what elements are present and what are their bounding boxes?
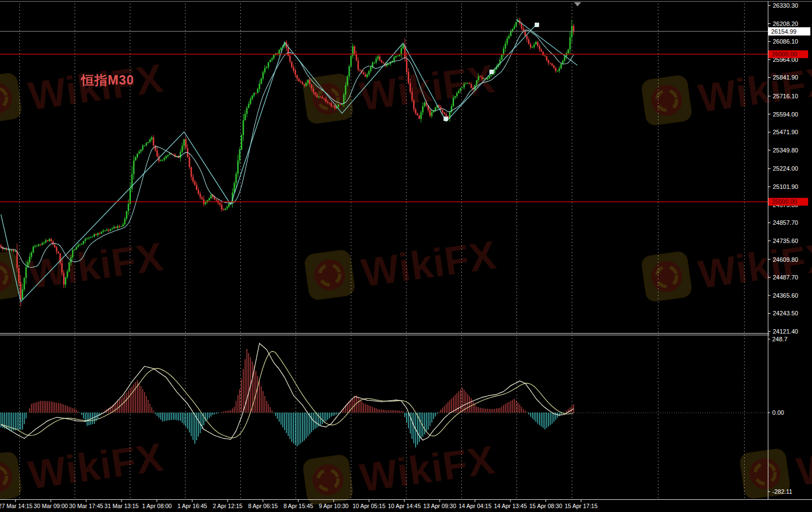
candle-bear xyxy=(415,109,416,113)
macd-indicator-panel xyxy=(1,344,574,447)
candle-bull xyxy=(65,277,66,284)
level-price-box-label: 26000.00 xyxy=(772,51,797,57)
candle-bull xyxy=(79,245,81,245)
candle-bull xyxy=(228,204,230,207)
price-axis-label: 24243.50 xyxy=(773,310,798,316)
candle-bull xyxy=(508,36,510,38)
candle-bull xyxy=(234,183,235,192)
price-axis-label: 24857.70 xyxy=(773,219,798,226)
candle-bull xyxy=(259,84,260,89)
time-axis-label: 8 Apr 15:45 xyxy=(283,503,313,509)
price-axis-label: 26086.10 xyxy=(773,38,798,45)
time-axis-label: 30 Mar 09:00 xyxy=(34,503,68,509)
candle-bull xyxy=(318,97,320,97)
time-axis-label: 15 Apr 08:30 xyxy=(529,503,562,509)
candle-bull xyxy=(557,71,558,71)
time-axis-label: 13 Apr 09:30 xyxy=(423,503,456,509)
candle-bear xyxy=(429,110,431,115)
price-axis-label: 25471.90 xyxy=(773,129,798,135)
candle-bull xyxy=(462,87,463,88)
current-price-box-label: 26154.99 xyxy=(771,28,797,35)
candle-bull xyxy=(452,98,454,106)
candle-bull xyxy=(147,142,149,143)
candle-bull xyxy=(146,143,147,146)
price-axis-label: 24609.80 xyxy=(773,256,798,263)
candle-bear xyxy=(20,282,22,299)
price-axis-label: 25716.10 xyxy=(773,93,798,99)
candle-bull xyxy=(264,68,266,72)
candle-bear xyxy=(379,56,381,60)
candle-bull xyxy=(343,95,345,104)
candle-bear xyxy=(198,190,199,194)
candle-bull xyxy=(510,31,512,36)
candle-bull xyxy=(488,76,490,78)
candle-bear xyxy=(330,103,332,106)
candle-bear xyxy=(56,247,57,251)
candle-bear xyxy=(153,138,155,146)
candle-bull xyxy=(33,247,34,252)
time-axis-label: 27 Mar 14:15 xyxy=(0,503,33,509)
candle-bull xyxy=(90,237,92,237)
candle-bear xyxy=(406,59,408,72)
price-axis-label: 25594.00 xyxy=(773,111,798,118)
candle-bull xyxy=(101,232,102,234)
candle-bear xyxy=(573,26,574,31)
candle-bull xyxy=(86,239,88,239)
candle-bull xyxy=(366,75,368,77)
price-axis-label: 25841.90 xyxy=(773,74,798,81)
candle-bull xyxy=(74,250,76,250)
candle-bull xyxy=(106,230,108,231)
candle-bear xyxy=(61,263,63,273)
candle-bull xyxy=(164,158,165,160)
price-axis-label: 24735.60 xyxy=(773,237,798,244)
candle-bull xyxy=(112,229,113,229)
candle-bull xyxy=(349,66,350,76)
candle-bull xyxy=(564,56,566,61)
candle-bear xyxy=(17,251,18,268)
candle-bear xyxy=(327,102,329,103)
candle-bull xyxy=(397,56,399,56)
candle-bear xyxy=(479,76,481,77)
watermark-text: WikiFX xyxy=(358,233,499,295)
time-axis-label: 2 Apr 12:15 xyxy=(213,503,242,509)
chart-shift-marker-icon xyxy=(574,2,581,7)
candle-bull xyxy=(34,246,36,247)
candle-bull xyxy=(560,64,562,68)
candle-bull xyxy=(270,60,271,62)
candle-bull xyxy=(241,135,242,150)
candle-bear xyxy=(526,36,528,40)
macd-axis-label: 0.00 xyxy=(772,409,784,416)
candle-bull xyxy=(251,96,253,99)
candle-bull xyxy=(24,278,25,289)
watermark-tile: WikiFX xyxy=(302,434,497,508)
candle-bear xyxy=(57,252,59,254)
candle-bear xyxy=(481,77,483,79)
candle-bull xyxy=(257,89,259,93)
candle-bull xyxy=(535,42,537,45)
candle-bull xyxy=(151,138,152,140)
time-axis-label: 14 Apr 13:45 xyxy=(494,503,527,509)
candle-bear xyxy=(40,244,41,245)
candle-bull xyxy=(142,146,144,150)
candle-bear xyxy=(544,55,546,56)
candle-bull xyxy=(402,45,404,49)
candle-bear xyxy=(291,62,293,67)
candle-bull xyxy=(149,139,151,142)
candle-bear xyxy=(119,226,120,227)
candle-bull xyxy=(25,267,27,278)
candle-bull xyxy=(373,62,375,63)
candle-bull xyxy=(67,271,68,277)
candle-bull xyxy=(465,83,467,84)
candle-bear xyxy=(304,85,305,86)
candle-bull xyxy=(162,160,164,160)
candle-bear xyxy=(302,82,303,85)
candle-bull xyxy=(460,88,461,91)
candle-bull xyxy=(507,39,508,44)
candle-bull xyxy=(81,244,83,245)
candle-bull xyxy=(97,233,99,235)
candle-bear xyxy=(309,80,310,85)
candle-bull xyxy=(226,207,228,208)
candle-bull xyxy=(463,84,465,87)
candle-bear xyxy=(537,42,539,46)
candle-bull xyxy=(424,103,425,107)
